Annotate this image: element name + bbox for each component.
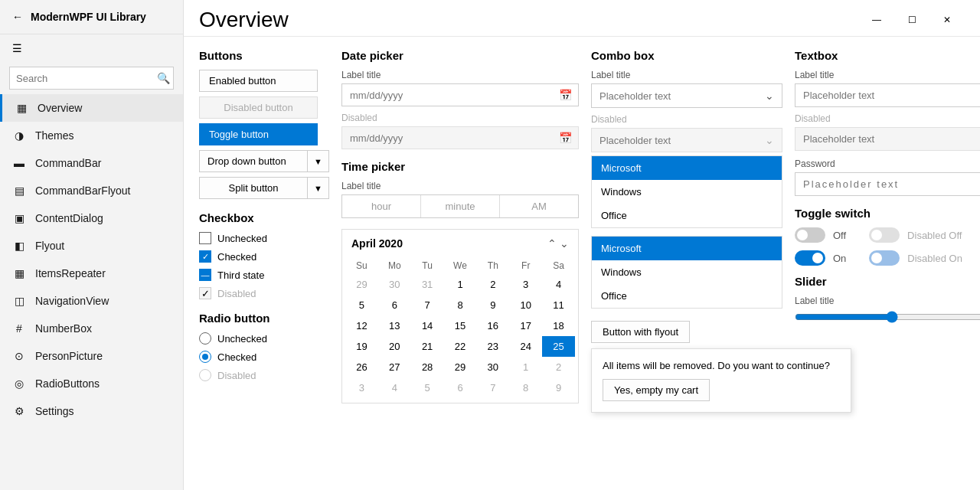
sidebar-item-commandbar[interactable]: ▬ CommandBar xyxy=(0,149,183,177)
password-input[interactable] xyxy=(795,173,980,195)
sidebar-item-settings[interactable]: ⚙ Settings xyxy=(0,397,183,425)
calendar-day[interactable]: 4 xyxy=(542,274,575,295)
dropdown-item-windows-1[interactable]: Windows xyxy=(592,180,782,204)
calendar-day[interactable]: 26 xyxy=(345,357,378,377)
dropdown-item-microsoft-2[interactable]: Microsoft xyxy=(592,237,782,260)
calendar-day[interactable]: 29 xyxy=(444,357,477,377)
calendar-day[interactable]: 27 xyxy=(378,357,411,377)
calendar-day[interactable]: 20 xyxy=(378,336,411,357)
dropdown-item-office-1[interactable]: Office xyxy=(592,204,782,227)
hour-selector[interactable]: hour xyxy=(342,195,421,217)
textbox-input-wrap[interactable] xyxy=(795,83,980,107)
calendar-day[interactable]: 6 xyxy=(444,377,477,398)
search-input[interactable] xyxy=(10,68,151,89)
checkbox-indeterminate[interactable]: — Third state xyxy=(199,269,329,281)
back-icon[interactable]: ← xyxy=(12,11,23,23)
password-wrap[interactable] xyxy=(795,172,980,196)
calendar-day[interactable]: 23 xyxy=(476,336,509,357)
calendar-prev-button[interactable]: ⌃ xyxy=(547,237,557,250)
combo-input[interactable] xyxy=(592,85,757,107)
calendar-day[interactable]: 24 xyxy=(509,336,542,357)
textbox-input[interactable] xyxy=(795,84,980,106)
checkbox-unchecked[interactable]: Unchecked xyxy=(199,232,329,244)
slider-input[interactable] xyxy=(795,311,980,323)
split-button-arrow[interactable]: ▼ xyxy=(308,177,329,199)
calendar-day[interactable]: 18 xyxy=(542,315,575,336)
calendar-day[interactable]: 8 xyxy=(444,295,477,315)
calendar-day[interactable]: 3 xyxy=(509,274,542,295)
calendar-day[interactable]: 3 xyxy=(345,377,378,398)
search-box[interactable]: 🔍 xyxy=(9,67,174,90)
checkbox-box-indeterminate[interactable]: — xyxy=(199,269,211,281)
calendar-day[interactable]: 30 xyxy=(378,274,411,295)
calendar-day[interactable]: 25 xyxy=(542,336,575,357)
sidebar-item-navigationview[interactable]: ◫ NavigationView xyxy=(0,287,183,315)
calendar-day[interactable]: 1 xyxy=(509,357,542,377)
toggle-off-track[interactable] xyxy=(795,227,825,243)
calendar-day[interactable]: 2 xyxy=(542,357,575,377)
calendar-day[interactable]: 9 xyxy=(476,295,509,315)
radio-checked[interactable]: Checked xyxy=(199,351,329,363)
radio-button-unchecked[interactable] xyxy=(199,332,211,345)
flyout-button[interactable]: Button with flyout xyxy=(591,321,690,343)
split-button-main[interactable]: Split button xyxy=(199,177,308,199)
sidebar-item-contentdialog[interactable]: ▣ ContentDialog xyxy=(0,204,183,232)
radio-unchecked[interactable]: Unchecked xyxy=(199,332,329,345)
hamburger-button[interactable]: ☰ xyxy=(0,34,183,62)
calendar-next-button[interactable]: ⌄ xyxy=(560,237,569,250)
calendar-day[interactable]: 9 xyxy=(542,377,575,398)
calendar-day[interactable]: 13 xyxy=(378,315,411,336)
calendar-day[interactable]: 31 xyxy=(411,274,444,295)
sidebar-item-personpicture[interactable]: ⊙ PersonPicture xyxy=(0,342,183,370)
calendar-day[interactable]: 21 xyxy=(411,336,444,357)
dropdown-button[interactable]: Drop down button xyxy=(199,150,308,172)
calendar-day[interactable]: 11 xyxy=(542,295,575,315)
date-input[interactable] xyxy=(342,85,553,106)
period-selector[interactable]: AM xyxy=(500,195,578,217)
enabled-button[interactable]: Enabled button xyxy=(199,70,318,92)
calendar-day[interactable]: 17 xyxy=(509,315,542,336)
checkbox-checked[interactable]: ✓ Checked xyxy=(199,250,329,263)
checkbox-box-checked[interactable]: ✓ xyxy=(199,250,211,263)
toggle-on-track[interactable] xyxy=(795,250,825,266)
sidebar-item-commandbarflyout[interactable]: ▤ CommandBarFlyout xyxy=(0,177,183,204)
sidebar-item-numberbox[interactable]: # NumberBox xyxy=(0,315,183,342)
calendar-day[interactable]: 15 xyxy=(444,315,477,336)
dropdown-item-windows-2[interactable]: Windows xyxy=(592,260,782,284)
combo-box[interactable]: ⌄ xyxy=(591,83,782,108)
calendar-day[interactable]: 22 xyxy=(444,336,477,357)
calendar-day[interactable]: 19 xyxy=(345,336,378,357)
dropdown-item-microsoft-1[interactable]: Microsoft xyxy=(592,156,782,180)
dropdown-item-office-2[interactable]: Office xyxy=(592,284,782,308)
calendar-day[interactable]: 6 xyxy=(378,295,411,315)
sidebar-item-themes[interactable]: ◑ Themes xyxy=(0,122,183,149)
calendar-day[interactable]: 10 xyxy=(509,295,542,315)
calendar-day[interactable]: 29 xyxy=(345,274,378,295)
calendar-day[interactable]: 16 xyxy=(476,315,509,336)
minimize-button[interactable]: — xyxy=(859,8,894,32)
radio-button-checked[interactable] xyxy=(199,351,211,363)
toggle-button[interactable]: Toggle button xyxy=(199,123,318,145)
calendar-day[interactable]: 5 xyxy=(345,295,378,315)
sidebar-item-flyout[interactable]: ◧ Flyout xyxy=(0,232,183,260)
calendar-day[interactable]: 30 xyxy=(476,357,509,377)
checkbox-box-unchecked[interactable] xyxy=(199,232,211,244)
calendar-day[interactable]: 2 xyxy=(476,274,509,295)
calendar-day[interactable]: 8 xyxy=(509,377,542,398)
close-button[interactable]: ✕ xyxy=(929,8,965,32)
calendar-day[interactable]: 7 xyxy=(476,377,509,398)
calendar-day[interactable]: 1 xyxy=(444,274,477,295)
sidebar-item-overview[interactable]: ▦ Overview xyxy=(0,94,183,122)
calendar-day[interactable]: 12 xyxy=(345,315,378,336)
calendar-day[interactable]: 28 xyxy=(411,357,444,377)
calendar-day[interactable]: 7 xyxy=(411,295,444,315)
calendar-day[interactable]: 14 xyxy=(411,315,444,336)
sidebar-item-itemsrepeater[interactable]: ▦ ItemsRepeater xyxy=(0,260,183,287)
dropdown-arrow-button[interactable]: ▼ xyxy=(308,150,329,172)
calendar-day[interactable]: 5 xyxy=(411,377,444,398)
minute-selector[interactable]: minute xyxy=(421,195,500,217)
combo-arrow-icon[interactable]: ⌄ xyxy=(757,84,782,107)
date-input-wrap[interactable]: 📅 xyxy=(341,83,579,106)
maximize-button[interactable]: ☐ xyxy=(894,8,929,32)
calendar-day[interactable]: 4 xyxy=(378,377,411,398)
